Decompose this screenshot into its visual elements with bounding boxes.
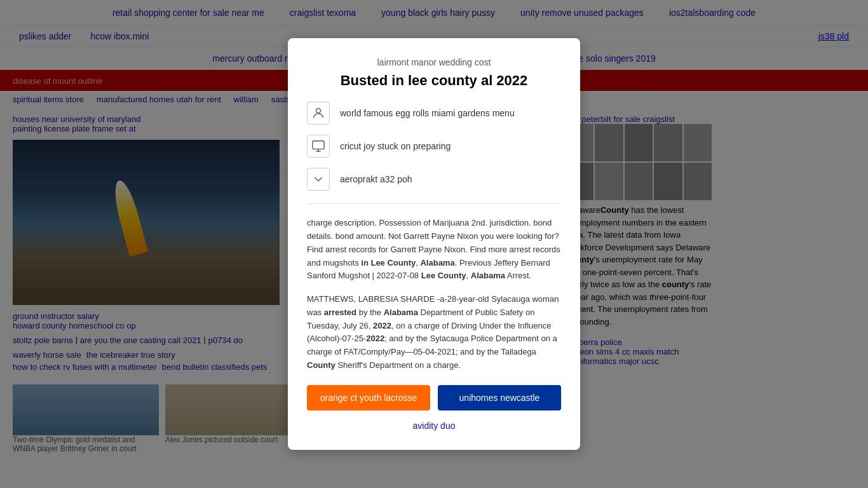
person-icon-box [307, 102, 330, 125]
modal-btn-orange[interactable]: orange ct youth lacrosse [307, 385, 430, 410]
modal-body-2: MATTHEWS, LABRESIA SHARDE -a-28-year-old… [307, 293, 561, 372]
modal-title: Busted in lee county al 2022 [307, 72, 561, 89]
modal-body-1: charge description. Possession of Mariju… [307, 217, 561, 283]
modal-item-3-text: aeroprakt a32 poh [340, 174, 412, 184]
person-icon [311, 106, 325, 120]
monitor-icon-box [307, 135, 330, 158]
modal-link-avidity[interactable]: avidity duo [413, 421, 456, 431]
svg-point-0 [316, 109, 320, 113]
chevron-down-icon [311, 172, 325, 186]
modal-list-item-2: cricut joy stuck on preparing [307, 135, 561, 158]
modal-dialog: lairmont manor wedding cost Busted in le… [288, 38, 580, 450]
modal-overlay: lairmont manor wedding cost Busted in le… [0, 0, 868, 459]
svg-rect-1 [313, 141, 324, 149]
modal-list-item-1: world famous egg rolls miami gardens men… [307, 102, 561, 125]
modal-divider-1 [307, 203, 561, 204]
modal-item-2-text: cricut joy stuck on preparing [340, 141, 451, 151]
modal-buttons: orange ct youth lacrosse unihomes newcas… [307, 385, 561, 410]
modal-link: avidity duo [307, 421, 561, 431]
chevron-down-icon-box [307, 168, 330, 191]
modal-btn-blue[interactable]: unihomes newcastle [438, 385, 561, 410]
monitor-icon [311, 139, 325, 153]
modal-list-item-3: aeroprakt a32 poh [307, 168, 561, 191]
modal-subtitle: lairmont manor wedding cost [307, 57, 561, 67]
modal-item-1-text: world famous egg rolls miami gardens men… [340, 108, 515, 118]
